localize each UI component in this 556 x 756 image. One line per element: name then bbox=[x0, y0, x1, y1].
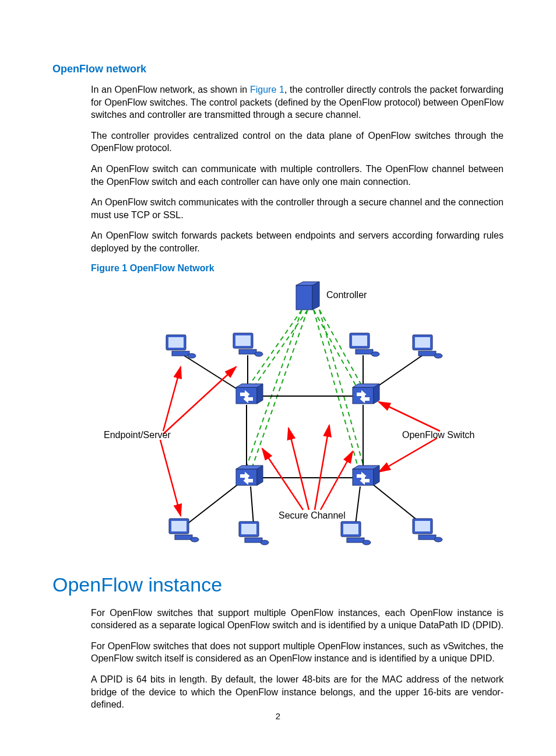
text-run: In an OpenFlow network, as shown in bbox=[91, 85, 250, 94]
heading-openflow-instance: OpenFlow instance bbox=[52, 573, 504, 596]
svg-line-29 bbox=[288, 428, 309, 510]
svg-line-31 bbox=[321, 452, 353, 510]
svg-line-5 bbox=[314, 310, 360, 393]
svg-point-67 bbox=[261, 540, 269, 545]
paragraph: In an OpenFlow network, as shown in Figu… bbox=[91, 83, 504, 121]
svg-point-59 bbox=[434, 354, 442, 358]
section-body: For OpenFlow switches that support multi… bbox=[91, 607, 504, 711]
svg-rect-62 bbox=[175, 535, 192, 540]
heading-openflow-network: OpenFlow network bbox=[52, 63, 504, 75]
svg-rect-66 bbox=[245, 538, 262, 542]
svg-rect-54 bbox=[356, 349, 373, 354]
section-body: In an OpenFlow network, as shown in Figu… bbox=[91, 83, 504, 556]
svg-rect-61 bbox=[171, 521, 186, 531]
svg-rect-50 bbox=[239, 349, 256, 354]
svg-rect-53 bbox=[352, 335, 367, 346]
controller-label: Controller bbox=[326, 290, 367, 300]
svg-line-27 bbox=[379, 438, 437, 472]
paragraph: A DPID is 64 bits in length. By default,… bbox=[91, 673, 504, 711]
svg-point-55 bbox=[371, 352, 379, 356]
page-number: 2 bbox=[0, 711, 556, 721]
paragraph: The controller provides centralized cont… bbox=[91, 130, 504, 155]
callout-arrows bbox=[160, 367, 440, 516]
figure-openflow-network: Controller bbox=[93, 279, 501, 556]
svg-marker-1 bbox=[312, 282, 319, 310]
svg-point-47 bbox=[188, 354, 196, 358]
svg-rect-73 bbox=[415, 521, 430, 531]
paragraph: An OpenFlow switch communicates with the… bbox=[91, 196, 504, 221]
svg-line-19 bbox=[186, 484, 239, 524]
figure-caption: Figure 1 OpenFlow Network bbox=[91, 263, 504, 274]
svg-rect-74 bbox=[418, 535, 436, 540]
endpoint-links bbox=[184, 355, 423, 524]
svg-point-51 bbox=[255, 352, 263, 356]
secure-channel-label: Secure Channel bbox=[279, 510, 346, 520]
svg-rect-57 bbox=[415, 337, 430, 348]
paragraph: For OpenFlow switches that support multi… bbox=[91, 607, 504, 632]
svg-rect-69 bbox=[343, 524, 358, 534]
svg-line-22 bbox=[356, 487, 360, 524]
svg-rect-65 bbox=[241, 524, 256, 534]
svg-line-28 bbox=[262, 449, 303, 510]
svg-rect-46 bbox=[172, 351, 189, 356]
svg-line-23 bbox=[163, 367, 181, 431]
network-diagram-svg: Controller bbox=[93, 279, 501, 554]
svg-rect-0 bbox=[296, 285, 312, 310]
svg-line-25 bbox=[160, 440, 181, 516]
svg-rect-58 bbox=[418, 351, 436, 356]
svg-line-26 bbox=[379, 402, 440, 431]
svg-point-63 bbox=[191, 537, 199, 542]
svg-rect-70 bbox=[347, 538, 364, 542]
svg-line-4 bbox=[249, 310, 308, 393]
svg-point-71 bbox=[363, 540, 371, 545]
paragraph: An OpenFlow switch forwards packets betw… bbox=[91, 229, 504, 254]
svg-line-24 bbox=[163, 367, 236, 434]
switch-label: OpenFlow Switch bbox=[402, 430, 475, 440]
endpoint-label: Endpoint/Server bbox=[104, 430, 171, 440]
svg-rect-45 bbox=[168, 337, 184, 348]
svg-point-75 bbox=[434, 537, 442, 542]
paragraph: For OpenFlow switches that does not supp… bbox=[91, 640, 504, 665]
controller-icon bbox=[296, 282, 319, 310]
figure-reference-link[interactable]: Figure 1 bbox=[250, 85, 284, 94]
document-page: OpenFlow network In an OpenFlow network,… bbox=[0, 0, 556, 756]
paragraph: An OpenFlow switch can communicate with … bbox=[91, 163, 504, 188]
svg-rect-49 bbox=[235, 335, 251, 346]
svg-line-20 bbox=[251, 487, 254, 524]
